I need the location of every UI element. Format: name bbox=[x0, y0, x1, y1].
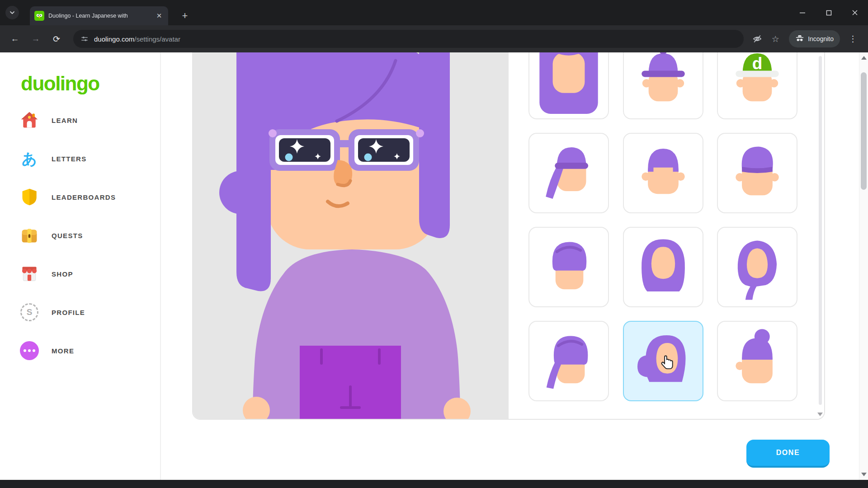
options-scroll-down-icon[interactable] bbox=[817, 413, 823, 416]
tab-search-chevron-icon[interactable] bbox=[5, 6, 19, 19]
reload-button[interactable]: ⟳ bbox=[48, 30, 65, 47]
incognito-icon bbox=[795, 34, 804, 43]
bookmark-star-icon[interactable]: ☆ bbox=[766, 30, 784, 48]
duo-cap-letter: d bbox=[752, 54, 763, 73]
sidebar-item-profile[interactable]: S PROFILE bbox=[19, 298, 116, 327]
back-button[interactable]: ← bbox=[6, 30, 24, 47]
browser-tab[interactable]: Duolingo - Learn Japanese with ✕ bbox=[30, 6, 168, 25]
sidebar-item-letters[interactable]: あ LETTERS bbox=[19, 144, 116, 173]
sidebar-item-label: LEADERBOARDS bbox=[52, 193, 116, 201]
sidebar-item-leaderboards[interactable]: LEADERBOARDS bbox=[19, 183, 116, 211]
home-icon bbox=[19, 110, 40, 131]
page-content: duolingo LEARN あ LETTERS bbox=[0, 52, 859, 480]
site-info-icon[interactable] bbox=[80, 35, 89, 43]
avatar-option-purple-cap[interactable] bbox=[623, 52, 703, 119]
avatar-option-turban[interactable] bbox=[528, 227, 609, 307]
eye-off-icon[interactable] bbox=[748, 30, 766, 48]
treasure-chest-icon bbox=[19, 225, 40, 246]
sidebar-item-quests[interactable]: QUESTS bbox=[19, 221, 116, 250]
sidebar-item-label: PROFILE bbox=[52, 309, 85, 316]
new-tab-button[interactable]: + bbox=[178, 9, 192, 23]
window-controls bbox=[789, 0, 868, 25]
duolingo-logo[interactable]: duolingo bbox=[21, 72, 99, 95]
browser-menu-icon[interactable]: ⋮ bbox=[844, 30, 862, 47]
avatar-option-bun-updo[interactable] bbox=[717, 321, 797, 401]
sidebar-item-learn[interactable]: LEARN bbox=[19, 106, 116, 135]
avatar-options-grid: d bbox=[509, 52, 824, 419]
url-domain: duolingo.com bbox=[94, 35, 134, 43]
sidebar-item-label: LETTERS bbox=[52, 155, 86, 163]
avatar-editor-card: d bbox=[192, 52, 825, 420]
browser-navbar: ← → ⟳ duolingo.com/settings/avatar ☆ Inc… bbox=[0, 25, 868, 52]
more-icon bbox=[19, 340, 40, 361]
avatar-illustration bbox=[193, 52, 509, 420]
close-window-button[interactable] bbox=[842, 0, 868, 25]
options-scrollbar-thumb[interactable] bbox=[819, 56, 822, 405]
avatar-option-beanie[interactable] bbox=[717, 133, 797, 213]
sidebar-item-label: LEARN bbox=[52, 117, 78, 124]
sidebar-item-more[interactable]: MORE bbox=[19, 336, 116, 365]
sidebar-item-label: MORE bbox=[52, 347, 74, 355]
duolingo-favicon-icon bbox=[34, 11, 44, 21]
done-button[interactable]: DONE bbox=[746, 440, 830, 468]
scroll-up-icon[interactable] bbox=[861, 56, 867, 60]
avatar-option-hood[interactable] bbox=[717, 227, 797, 307]
sidebar-item-label: SHOP bbox=[52, 270, 73, 278]
sidebar-menu: LEARN あ LETTERS LEADERBOARDS bbox=[19, 106, 116, 365]
avatar-preview bbox=[193, 52, 509, 419]
url-bar[interactable]: duolingo.com/settings/avatar bbox=[73, 30, 744, 48]
scrollbar-thumb[interactable] bbox=[861, 72, 867, 190]
avatar-option-green-duolingo-cap[interactable]: d bbox=[717, 52, 797, 119]
sidebar-item-shop[interactable]: SHOP bbox=[19, 259, 116, 288]
shield-icon bbox=[19, 187, 40, 207]
scroll-down-icon[interactable] bbox=[861, 473, 867, 476]
forward-button[interactable]: → bbox=[27, 30, 44, 47]
browser-window: Duolingo - Learn Japanese with ✕ + ← → ⟳ bbox=[0, 0, 868, 488]
avatar-option-short-hair-cap[interactable] bbox=[623, 133, 703, 213]
letters-icon: あ bbox=[19, 148, 40, 169]
duolingo-sidebar: duolingo LEARN あ LETTERS bbox=[0, 52, 161, 480]
shop-icon bbox=[19, 263, 40, 284]
profile-glyph: S bbox=[27, 307, 33, 317]
maximize-button[interactable] bbox=[816, 0, 842, 25]
avatar-option-hijab-round[interactable] bbox=[623, 321, 703, 401]
profile-icon: S bbox=[19, 302, 40, 323]
avatar-option-turban-tail[interactable] bbox=[528, 321, 609, 401]
page-scrollbar[interactable] bbox=[859, 52, 868, 480]
tab-title: Duolingo - Learn Japanese with bbox=[48, 13, 151, 19]
avatar-option-long-hair[interactable] bbox=[528, 52, 609, 119]
url-path: /settings/avatar bbox=[134, 35, 180, 43]
tab-close-icon[interactable]: ✕ bbox=[155, 11, 164, 20]
avatar-option-durag[interactable] bbox=[528, 133, 609, 213]
window-bottom-edge bbox=[0, 480, 868, 488]
incognito-badge: Incognito bbox=[789, 30, 840, 47]
minimize-button[interactable] bbox=[789, 0, 816, 25]
letters-glyph: あ bbox=[22, 151, 37, 166]
browser-titlebar: Duolingo - Learn Japanese with ✕ + bbox=[0, 0, 868, 25]
sidebar-item-label: QUESTS bbox=[52, 232, 83, 239]
avatar-option-hijab[interactable] bbox=[623, 227, 703, 307]
incognito-label: Incognito bbox=[808, 35, 834, 42]
